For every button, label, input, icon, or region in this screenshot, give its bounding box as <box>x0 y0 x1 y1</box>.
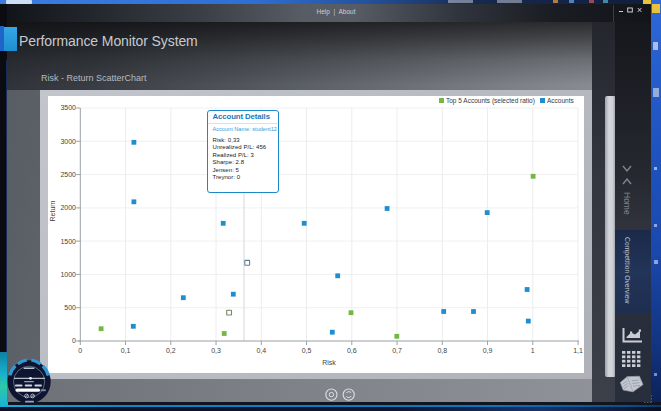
svg-text:3000: 3000 <box>60 138 76 145</box>
svg-text:0,5: 0,5 <box>301 347 311 354</box>
svg-text:500: 500 <box>64 304 76 311</box>
svg-text:0: 0 <box>72 337 76 344</box>
svg-text:Risk: Risk <box>322 359 336 366</box>
svg-text:Return: Return <box>49 200 56 221</box>
svg-text:0,9: 0,9 <box>482 347 492 354</box>
svg-text:0,8: 0,8 <box>437 347 447 354</box>
svg-text:1000: 1000 <box>60 271 76 278</box>
svg-text:3500: 3500 <box>60 104 76 111</box>
svg-text:0,1: 0,1 <box>120 347 130 354</box>
svg-text:0,2: 0,2 <box>165 347 175 354</box>
svg-text:1500: 1500 <box>60 238 76 245</box>
svg-text:0,6: 0,6 <box>346 347 356 354</box>
svg-text:0,3: 0,3 <box>211 347 221 354</box>
svg-text:2500: 2500 <box>60 171 76 178</box>
svg-text:1: 1 <box>530 347 534 354</box>
svg-text:0: 0 <box>78 347 82 354</box>
svg-text:0,7: 0,7 <box>392 347 402 354</box>
svg-text:2000: 2000 <box>60 204 76 211</box>
svg-text:1,1: 1,1 <box>573 347 583 354</box>
svg-text:0,4: 0,4 <box>256 347 266 354</box>
